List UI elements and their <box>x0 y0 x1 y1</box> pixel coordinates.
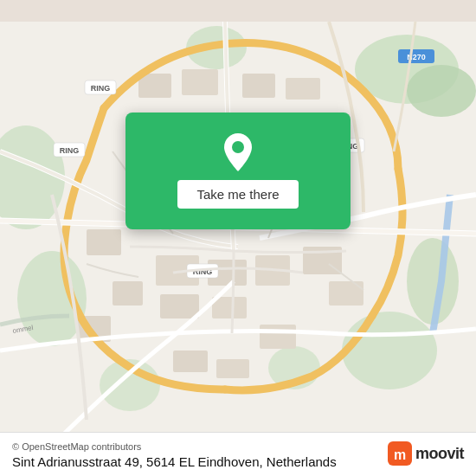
svg-point-5 <box>342 312 437 389</box>
svg-rect-15 <box>87 229 121 255</box>
take-me-there-button[interactable]: Take me there <box>177 180 298 209</box>
svg-point-2 <box>407 65 476 117</box>
moovit-brand-name: moovit <box>415 445 464 463</box>
svg-text:RING: RING <box>60 146 80 155</box>
svg-point-38 <box>232 141 244 153</box>
svg-rect-20 <box>260 325 296 349</box>
map-pin-icon <box>222 133 254 171</box>
svg-text:m: m <box>394 447 406 462</box>
svg-rect-21 <box>173 351 208 372</box>
map-background: RING RING RING RING N270 <box>0 0 476 476</box>
cta-card[interactable]: Take me there <box>125 113 351 229</box>
svg-rect-18 <box>113 281 143 306</box>
svg-rect-26 <box>286 78 320 100</box>
svg-rect-22 <box>216 359 249 378</box>
attribution-text: © OpenStreetMap contributors <box>12 441 141 452</box>
moovit-icon: m <box>388 441 412 466</box>
svg-rect-24 <box>182 69 218 95</box>
moovit-logo: m moovit <box>388 441 464 466</box>
svg-rect-25 <box>242 74 275 98</box>
map-container: RING RING RING RING N270 <box>0 0 476 476</box>
svg-rect-13 <box>160 294 199 318</box>
svg-text:RING: RING <box>91 84 111 93</box>
svg-rect-17 <box>329 281 363 306</box>
svg-point-6 <box>407 238 459 325</box>
